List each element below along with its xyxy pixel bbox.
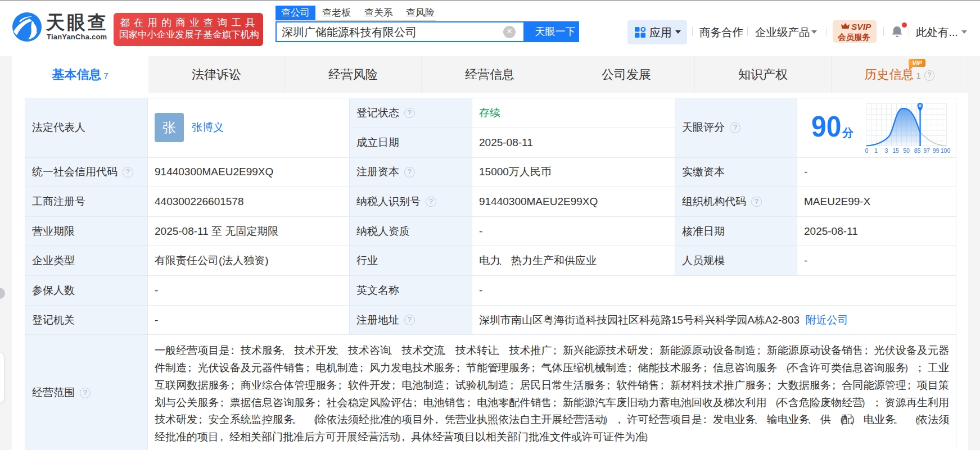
svg-text:97: 97 [923,147,930,154]
svg-text:1: 1 [874,147,878,154]
svg-text:99: 99 [933,147,940,154]
svg-text:15: 15 [892,147,899,154]
svg-text:3: 3 [885,147,888,154]
svg-text:100: 100 [941,147,951,154]
svg-text:50: 50 [903,147,910,154]
svg-text:85: 85 [914,147,921,154]
svg-text:0: 0 [865,147,869,154]
